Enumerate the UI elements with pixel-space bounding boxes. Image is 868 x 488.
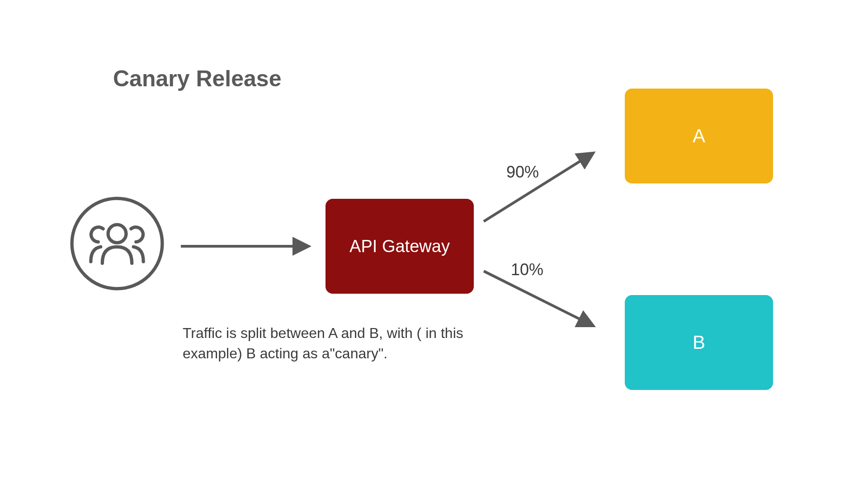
service-a-box: A (625, 89, 773, 183)
caption-text: Traffic is split between A and B, with (… (183, 323, 472, 364)
arrow-gateway-to-b (484, 271, 592, 325)
svg-point-1 (108, 225, 126, 243)
percent-b-label: 10% (511, 260, 543, 279)
api-gateway-box: API Gateway (326, 199, 474, 294)
users-icon (68, 194, 166, 293)
api-gateway-label: API Gateway (349, 237, 450, 256)
percent-a-label: 90% (506, 163, 539, 182)
diagram-title: Canary Release (113, 66, 281, 92)
service-b-label: B (693, 332, 705, 353)
service-b-box: B (625, 295, 773, 390)
service-a-label: A (693, 125, 705, 147)
